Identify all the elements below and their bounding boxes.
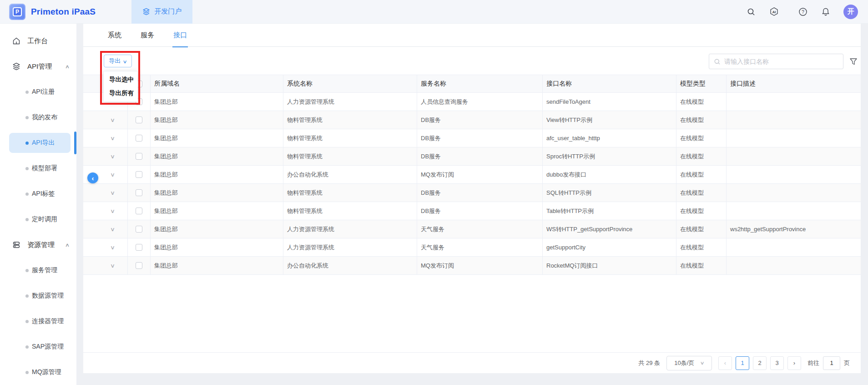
row-checkbox[interactable] [136, 208, 142, 214]
next-page-button[interactable]: › [787, 356, 801, 370]
tab-service[interactable]: 服务 [141, 24, 154, 47]
sidebar-item-api-manage[interactable]: API管理∧ [0, 54, 76, 79]
bullet-icon [25, 142, 29, 145]
sidebar-item-label: 工作台 [27, 37, 48, 46]
sidebar-item-resource-manage[interactable]: 资源管理∧ [0, 232, 76, 258]
chevron-down-icon[interactable]: ∨ [110, 117, 115, 123]
search-input[interactable] [724, 58, 838, 65]
sidebar-collapse-toggle[interactable]: ‹ [87, 172, 98, 183]
page-button-3[interactable]: 3 [770, 356, 784, 370]
tab-interface[interactable]: 接口 [173, 24, 187, 47]
cell-interface: View转HTTP示例 [543, 111, 676, 129]
sidebar-item-label: 模型部署 [32, 164, 57, 172]
chevron-down-icon[interactable]: ∨ [110, 244, 115, 251]
row-cell-checkbox [128, 238, 151, 256]
cell-description [727, 166, 861, 183]
sidebar-item-connector-manage[interactable]: 连接器管理 [0, 309, 76, 334]
sidebar-item-label: 连接器管理 [32, 317, 64, 325]
row-checkbox[interactable] [136, 262, 142, 269]
sidebar-item-workbench[interactable]: 工作台 [0, 28, 76, 54]
row-checkbox[interactable] [136, 135, 142, 142]
cell-service: DB服务 [417, 147, 543, 165]
chevron-down-icon: ∨ [700, 360, 705, 365]
cell-model-type: 在线模型 [676, 202, 727, 220]
goto-unit: 页 [844, 359, 850, 367]
page-size-select[interactable]: 10条/页 ∨ [666, 356, 712, 370]
row-checkbox[interactable] [136, 244, 142, 251]
chevron-down-icon[interactable]: ∨ [110, 135, 115, 142]
cell-domain: 集团总部 [151, 93, 283, 111]
row-checkbox[interactable] [136, 189, 142, 196]
row-cell-checkbox [128, 111, 151, 129]
filter-icon[interactable] [849, 57, 858, 66]
row-cell-expander: ∨ [83, 202, 128, 220]
sidebar-item-api-export[interactable]: API导出 [0, 130, 76, 156]
row-checkbox[interactable] [136, 171, 142, 178]
interface-table: 所属域名系统名称服务名称接口名称模型类型接口描述 集团总部人力资源管理系统人员信… [83, 75, 861, 275]
help-icon[interactable]: ? [798, 7, 808, 17]
cell-system: 物料管理系统 [283, 147, 417, 165]
sidebar-item-datasource-manage[interactable]: 数据源管理 [0, 283, 76, 309]
sidebar-item-label: API标签 [32, 190, 55, 198]
cell-model-type: 在线模型 [676, 220, 727, 238]
chevron-down-icon[interactable]: ∨ [110, 263, 115, 269]
chevron-down-icon[interactable]: ∨ [110, 190, 115, 196]
cell-domain: 集团总部 [151, 147, 283, 165]
page-button-1[interactable]: 1 [736, 356, 749, 370]
page-button-2[interactable]: 2 [753, 356, 767, 370]
bullet-icon [25, 320, 29, 323]
cell-model-type: 在线模型 [676, 147, 727, 165]
row-cell-checkbox [128, 147, 151, 165]
cell-system: 办公自动化系统 [283, 257, 417, 274]
bell-icon[interactable] [821, 7, 831, 17]
chevron-up-icon: ∧ [65, 242, 70, 248]
sidebar-item-sap-source-manage[interactable]: SAP源管理 [0, 334, 76, 360]
sidebar-item-label: SAP源管理 [32, 343, 64, 351]
svg-text:?: ? [802, 9, 804, 14]
sidebar-item-model-deploy[interactable]: 模型部署 [0, 156, 76, 181]
table-row: 集团总部人力资源管理系统人员信息查询服务sendFileToAgent在线模型 [83, 93, 861, 111]
cell-description [727, 93, 861, 111]
chevron-down-icon[interactable]: ∨ [110, 153, 115, 160]
row-checkbox[interactable] [136, 226, 142, 233]
tabs-bar: 系统服务接口 [83, 24, 861, 47]
sidebar-item-service-manage[interactable]: 服务管理 [0, 258, 76, 283]
sidebar-item-mq-source-manage[interactable]: MQ源管理 [0, 360, 76, 385]
main-layout: 工作台API管理∧API注册我的发布API导出模型部署API标签定时调用资源管理… [0, 24, 868, 385]
sidebar-item-api-register[interactable]: API注册 [0, 79, 76, 105]
prev-page-button[interactable]: ‹ [718, 356, 732, 370]
db-icon [12, 240, 21, 249]
goto-page-input[interactable] [823, 356, 840, 370]
row-cell-expander: ∨ [83, 184, 128, 202]
goto-label: 前往 [807, 359, 819, 367]
row-checkbox[interactable] [136, 153, 142, 160]
cell-system: 物料管理系统 [283, 111, 417, 129]
sidebar-item-api-tag[interactable]: API标签 [0, 181, 76, 207]
table-row: ∨集团总部物料管理系统DB服务SQL转HTTP示例在线模型 [83, 184, 861, 202]
row-checkbox[interactable] [136, 117, 142, 123]
sidebar-item-my-publish[interactable]: 我的发布 [0, 105, 76, 130]
table-row: ∨集团总部物料管理系统DB服务View转HTTP示例在线模型 [83, 111, 861, 129]
sidebar-item-label: 资源管理 [27, 241, 55, 249]
brand-logo-letter: P [13, 7, 22, 16]
portal-tab[interactable]: 开发门户 [131, 0, 192, 24]
ai-assistant-icon[interactable]: AI [769, 7, 779, 17]
export-menu-item-0[interactable]: 导出选中 [104, 73, 137, 86]
export-menu-item-1[interactable]: 导出所有 [104, 86, 137, 100]
sidebar-item-label: API管理 [27, 62, 52, 71]
cell-service: MQ发布订阅 [417, 257, 543, 274]
search-icon[interactable] [746, 7, 756, 17]
export-button[interactable]: 导出 ∨ [104, 55, 132, 67]
chevron-down-icon[interactable]: ∨ [110, 226, 115, 233]
chevron-down-icon[interactable]: ∨ [110, 208, 115, 214]
cell-interface: afc_user_table_htttp [543, 129, 676, 147]
avatar[interactable]: 开 [843, 5, 858, 19]
cell-system: 物料管理系统 [283, 202, 417, 220]
tab-system[interactable]: 系统 [108, 24, 121, 47]
bullet-icon [25, 167, 29, 170]
sidebar-item-timed-call[interactable]: 定时调用 [0, 207, 76, 232]
cell-model-type: 在线模型 [676, 238, 727, 256]
chevron-down-icon[interactable]: ∨ [110, 172, 115, 178]
sidebar-item-label: 我的发布 [32, 113, 57, 122]
cell-service: DB服务 [417, 202, 543, 220]
